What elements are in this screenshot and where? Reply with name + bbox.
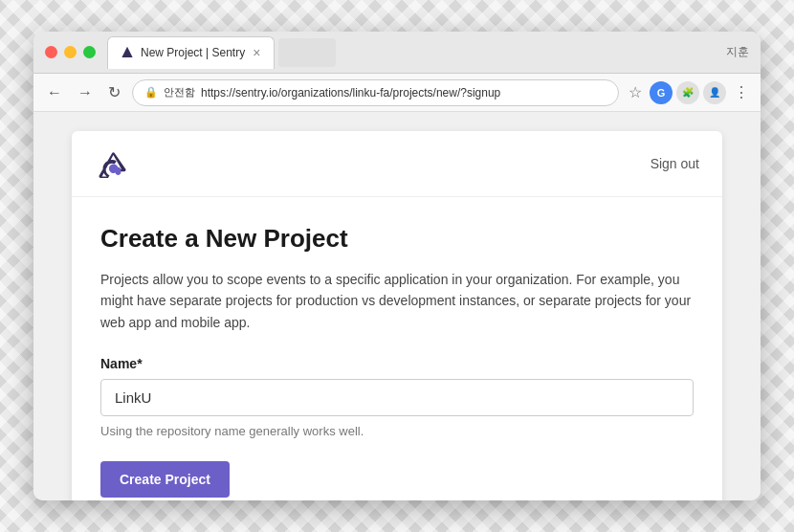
- secure-label: 안전함: [164, 85, 195, 100]
- tab-close-button[interactable]: ×: [251, 45, 262, 60]
- profile-icon: G: [650, 81, 673, 104]
- card-body: Create a New Project Projects allow you …: [72, 197, 722, 500]
- bookmark-button[interactable]: ☆: [627, 81, 644, 103]
- new-tab-placeholder: [278, 38, 336, 67]
- close-button[interactable]: [45, 46, 57, 58]
- account-icon: 👤: [703, 81, 726, 104]
- name-hint: Using the repository name generally work…: [100, 424, 694, 438]
- reload-button[interactable]: ↻: [104, 81, 124, 104]
- tab-favicon: [120, 45, 135, 60]
- address-bar: ← → ↻ 🔒 안전함 https://sentry.io/organizati…: [33, 74, 761, 112]
- browser-icons: G 🧩 👤: [650, 81, 726, 104]
- address-field[interactable]: 🔒 안전함 https://sentry.io/organizations/li…: [132, 79, 619, 106]
- active-tab[interactable]: New Project | Sentry ×: [107, 36, 275, 69]
- more-options-button[interactable]: ⋮: [732, 81, 751, 103]
- url-text: https://sentry.io/organizations/linku-fa…: [201, 86, 607, 100]
- window-controls: [45, 46, 96, 58]
- user-label: 지훈: [726, 44, 749, 60]
- address-actions: ☆ G 🧩 👤 ⋮: [627, 81, 751, 104]
- page-description: Projects allow you to scope events to a …: [100, 269, 694, 333]
- create-project-button[interactable]: Create Project: [100, 461, 230, 498]
- tab-title: New Project | Sentry: [141, 46, 245, 59]
- minimize-button[interactable]: [64, 46, 77, 58]
- card-header: Sign out: [72, 131, 722, 197]
- sentry-logo: [95, 146, 129, 181]
- maximize-button[interactable]: [83, 46, 96, 58]
- content-card: Sign out Create a New Project Projects a…: [72, 131, 722, 500]
- forward-button[interactable]: →: [74, 81, 97, 104]
- extension-icon: 🧩: [676, 81, 699, 104]
- name-label: Name*: [100, 356, 694, 371]
- lock-icon: 🔒: [144, 86, 158, 99]
- name-input[interactable]: [100, 379, 694, 416]
- tab-bar: New Project | Sentry ×: [107, 36, 726, 69]
- name-field-group: Name* Using the repository name generall…: [100, 356, 694, 438]
- page-title: Create a New Project: [100, 224, 694, 254]
- sign-out-button[interactable]: Sign out: [651, 156, 699, 171]
- back-button[interactable]: ←: [43, 81, 66, 104]
- page-content: Sign out Create a New Project Projects a…: [33, 112, 761, 500]
- browser-window: New Project | Sentry × 지훈 ← → ↻ 🔒 안전함 ht…: [33, 32, 761, 500]
- title-bar: New Project | Sentry × 지훈: [33, 32, 761, 74]
